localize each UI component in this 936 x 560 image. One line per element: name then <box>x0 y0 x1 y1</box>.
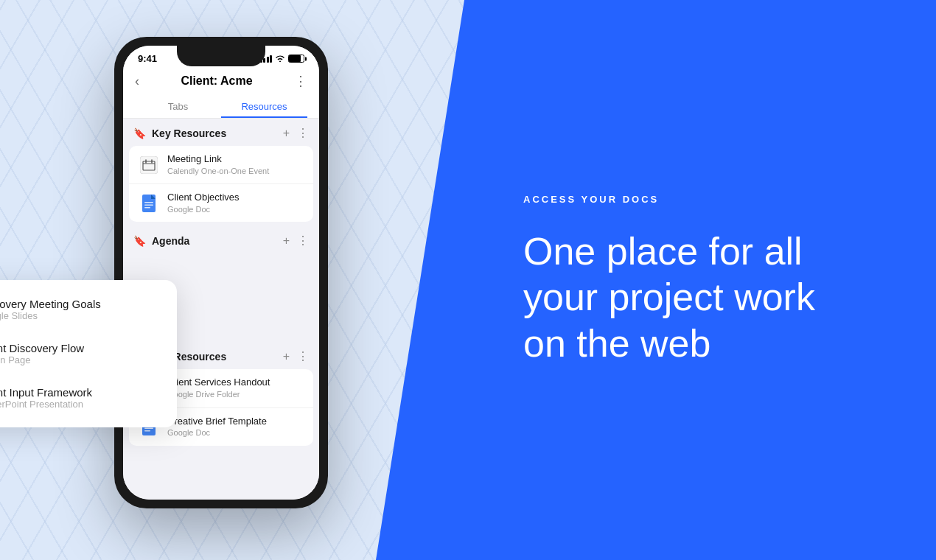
resource-info: Meeting Link Calendly One-on-One Event <box>167 153 304 176</box>
headline-line2: your project work <box>523 276 815 318</box>
float-info: Client Discovery Flow Notion Page <box>0 342 162 365</box>
tab-resources[interactable]: Resources <box>221 95 307 118</box>
section-title-2: Agenda <box>152 235 189 247</box>
add-icon[interactable]: + <box>283 127 290 140</box>
float-sub: Google Slides <box>0 310 162 321</box>
list-item[interactable]: Discovery Meeting Goals Google Slides <box>0 287 177 332</box>
add-icon-3[interactable]: + <box>283 350 290 363</box>
resource-name: Creative Brief Template <box>167 416 304 428</box>
resource-sub: Google Drive Folder <box>167 389 304 399</box>
wifi-icon <box>275 55 285 63</box>
list-item[interactable]: N Client Discovery Flow Notion Page <box>0 332 177 376</box>
svg-rect-6 <box>144 202 153 203</box>
headline-line1: One place for all <box>523 230 803 273</box>
bookmark-icon: 🔖 <box>133 127 146 139</box>
battery-icon <box>288 55 304 63</box>
resource-sub: Calendly One-on-One Event <box>167 166 304 176</box>
more-button[interactable]: ⋮ <box>294 73 307 89</box>
more-icon-2[interactable]: ⋮ <box>297 234 309 248</box>
back-button[interactable]: ‹ <box>135 74 139 88</box>
right-panel: ACCESS YOUR DOCS One place for all your … <box>464 0 936 560</box>
headline-line3: on the web <box>523 322 710 365</box>
screen-title: Client: Acme <box>181 74 252 88</box>
section-title-1: Key Resources <box>152 127 226 139</box>
resource-info: Creative Brief Template Google Doc <box>167 416 304 438</box>
float-name: Discovery Meeting Goals <box>0 298 162 310</box>
phone-mockup: 9:41 <box>114 37 328 508</box>
float-sub: Notion Page <box>0 354 162 365</box>
float-sub: PowerPoint Presentation <box>0 399 162 410</box>
float-name: Client Input Framework <box>0 386 162 399</box>
eyebrow-text: ACCESS YOUR DOCS <box>523 194 892 205</box>
main-headline: One place for all your project work on t… <box>523 228 892 366</box>
resource-info: Client Objectives Google Doc <box>167 192 304 214</box>
bookmark-icon-2: 🔖 <box>133 235 146 247</box>
status-time: 9:41 <box>138 53 157 64</box>
status-icons <box>260 55 305 63</box>
tab-bar: Tabs Resources <box>135 95 307 118</box>
list-item[interactable]: Client Objectives Google Doc <box>129 184 313 222</box>
svg-rect-16 <box>144 430 150 432</box>
floating-popup-card: Discovery Meeting Goals Google Slides N … <box>0 280 177 427</box>
svg-rect-15 <box>144 428 153 430</box>
resource-name: Meeting Link <box>167 153 304 166</box>
phone-notch <box>177 46 265 66</box>
section-header-2: 🔖 Agenda + ⋮ <box>123 226 319 253</box>
float-info: Discovery Meeting Goals Google Slides <box>0 298 162 321</box>
app-header: ‹ Client: Acme ⋮ Tabs Resources <box>123 67 319 119</box>
calendly-icon <box>138 154 160 176</box>
section-actions-3: + ⋮ <box>283 349 309 363</box>
svg-rect-8 <box>144 207 150 209</box>
resource-card-1: Meeting Link Calendly One-on-One Event <box>129 146 313 222</box>
resource-info: Client Services Handout Google Drive Fol… <box>167 377 304 399</box>
section-actions-2: + ⋮ <box>283 234 309 248</box>
tab-tabs[interactable]: Tabs <box>135 95 221 118</box>
section-actions-1: + ⋮ <box>283 126 309 140</box>
resource-name: Client Services Handout <box>167 377 304 389</box>
resource-sub: Google Doc <box>167 427 304 438</box>
svg-rect-7 <box>144 204 153 206</box>
more-icon-3[interactable]: ⋮ <box>297 349 309 363</box>
float-info: Client Input Framework PowerPoint Presen… <box>0 386 162 410</box>
more-icon[interactable]: ⋮ <box>297 126 309 140</box>
gdoc-icon <box>138 192 160 214</box>
list-item[interactable]: Meeting Link Calendly One-on-One Event <box>129 146 313 184</box>
float-name: Client Discovery Flow <box>0 342 162 354</box>
resource-name: Client Objectives <box>167 192 304 204</box>
phone-screen: 9:41 <box>123 46 319 500</box>
left-panel: 9:41 <box>0 0 464 560</box>
section-header-1: 🔖 Key Resources + ⋮ <box>123 119 319 146</box>
resource-sub: Google Doc <box>167 204 304 214</box>
add-icon-2[interactable]: + <box>283 234 290 248</box>
list-item[interactable]: P Client Input Framework PowerPoint Pres… <box>0 376 177 420</box>
